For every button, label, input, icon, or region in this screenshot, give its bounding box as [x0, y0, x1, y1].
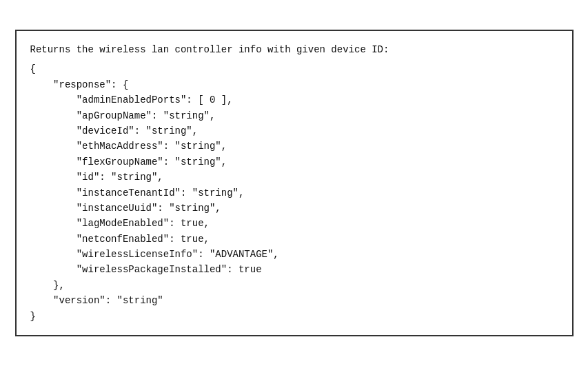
description-line: Returns the wireless lan controller info… [30, 42, 558, 57]
code-line: { [30, 61, 558, 77]
code-line: } [30, 309, 558, 324]
code-line: "adminEnabledPorts": [ 0 ], [30, 92, 558, 108]
code-line: "id": "string", [30, 170, 558, 185]
code-line: "ethMacAddress": "string", [30, 139, 558, 154]
code-content: { "response": { "adminEnabledPorts": [ 0… [30, 61, 558, 324]
code-line: "netconfEnabled": true, [30, 232, 558, 247]
code-line: "apGroupName": "string", [30, 108, 558, 123]
code-line: "response": { [30, 77, 558, 92]
code-line: "flexGroupName": "string", [30, 154, 558, 170]
code-line: "lagModeEnabled": true, [30, 216, 558, 231]
code-line: "deviceId": "string", [30, 123, 558, 139]
code-line: "version": "string" [30, 293, 558, 308]
code-line: "instanceTenantId": "string", [30, 185, 558, 201]
code-line: }, [30, 278, 558, 293]
code-block: Returns the wireless lan controller info… [15, 30, 574, 336]
code-line: "wirelessPackageInstalled": true [30, 262, 558, 277]
code-line: "wirelessLicenseInfo": "ADVANTAGE", [30, 247, 558, 262]
code-line: "instanceUuid": "string", [30, 201, 558, 216]
